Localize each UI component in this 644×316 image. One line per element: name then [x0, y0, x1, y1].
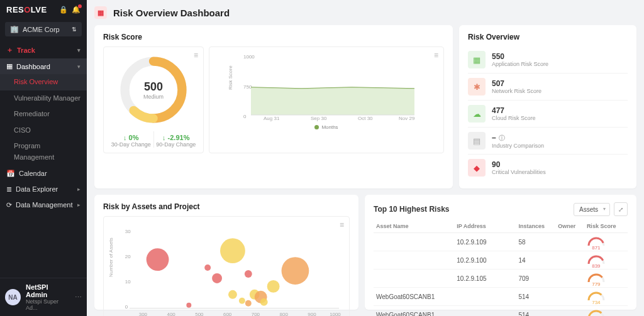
gauge-value: 500 — [144, 80, 163, 94]
overview-item[interactable]: ◆ 90 Critical Vulnerabilities — [468, 155, 628, 181]
svg-text:500: 500 — [195, 312, 204, 316]
mini-gauge: 871 — [587, 237, 606, 247]
subnav-risk-overview[interactable]: Risk Overview — [0, 74, 87, 90]
svg-text:Sep 30: Sep 30 — [311, 116, 327, 121]
risks-table: Asset Name IP Address Instances Owner Ri… — [374, 220, 628, 316]
cell-asset — [374, 270, 454, 288]
cell-owner — [555, 306, 584, 317]
panel-menu-icon[interactable]: ≡ — [340, 221, 344, 229]
user-footer[interactable]: NA NetSPI Admin Netspi Super Ad... ⋯ — [0, 278, 87, 316]
nav-track[interactable]: ＋Track▾ — [0, 41, 87, 58]
mini-gauge: 734 — [587, 291, 606, 302]
overview-label: Industry Comparison — [492, 143, 544, 149]
company-selector[interactable]: 🏢 ACME Corp ⇅ — [5, 22, 82, 36]
col-instances[interactable]: Instances — [516, 220, 555, 233]
nav-data-management[interactable]: ⟳Data Management▸ — [0, 197, 87, 213]
svg-point-29 — [186, 303, 191, 308]
subnav-ciso[interactable]: CISO — [0, 123, 87, 139]
svg-text:900: 900 — [308, 312, 316, 316]
svg-point-25 — [228, 290, 237, 299]
chevron-down-icon: ▾ — [77, 63, 80, 70]
svg-point-23 — [204, 264, 211, 271]
svg-point-20 — [282, 257, 309, 285]
col-asset-name[interactable]: Asset Name — [374, 220, 454, 233]
more-icon[interactable]: ⋯ — [75, 293, 82, 302]
mini-gauge: 779 — [587, 273, 606, 283]
table-row[interactable]: WebGoat60SCANB1 514 734 — [374, 288, 628, 306]
table-row[interactable]: 10.2.9.105 709 779 — [374, 270, 628, 288]
svg-point-24 — [245, 270, 252, 278]
subnav-remediator[interactable]: Remediator — [0, 106, 87, 123]
svg-text:Aug 31: Aug 31 — [264, 116, 280, 121]
nav: ＋Track▾ ▦Dashboard▾ Risk Overview Vulner… — [0, 41, 87, 213]
change-90d-value: ↓ -2.91% — [154, 134, 199, 141]
panel-menu-icon[interactable]: ≡ — [194, 51, 198, 60]
cell-instances: 709 — [516, 270, 555, 288]
cell-score: 734 — [584, 288, 628, 306]
chevron-right-icon: ▸ — [77, 186, 80, 192]
mini-gauge: 732 — [587, 310, 606, 316]
overview-item[interactable]: ✱ 507 Network Risk Score — [468, 74, 628, 101]
sidebar: RESOLVE 🔒 🔔 🏢 ACME Corp ⇅ ＋Track▾ ▦Dashb… — [0, 0, 87, 316]
page-title: ▦ Risk Overview Dashboard — [94, 6, 636, 19]
assets-select[interactable]: Assets — [574, 203, 610, 216]
svg-text:Nov 29: Nov 29 — [399, 116, 415, 121]
overview-item[interactable]: ▤ –ⓘ Industry Comparison — [468, 128, 628, 155]
table-row[interactable]: WebGoat60SCANB1 514 732 — [374, 306, 628, 317]
cell-ip: 10.2.9.100 — [454, 251, 516, 270]
cell-asset — [374, 233, 454, 251]
avatar: NA — [5, 289, 21, 305]
mini-gauge: 839 — [587, 255, 606, 265]
chevron-updown-icon: ⇅ — [72, 26, 77, 33]
col-ip[interactable]: IP Address — [454, 220, 516, 233]
layers-icon: ≣ — [6, 185, 12, 193]
cell-instances: 14 — [516, 251, 555, 270]
cell-owner — [555, 288, 584, 306]
table-row[interactable]: 10.2.9.100 14 839 — [374, 251, 628, 270]
bell-icon[interactable]: 🔔 — [72, 6, 80, 14]
cell-asset: WebGoat60SCANB1 — [374, 288, 454, 306]
grid-icon: ▦ — [6, 62, 13, 70]
overview-item[interactable]: ▦ 550 Application Risk Score — [468, 46, 628, 74]
card-title: Risk Overview — [468, 33, 628, 41]
cell-score: 839 — [584, 251, 628, 270]
overview-item[interactable]: ☁ 477 Cloud Risk Score — [468, 101, 628, 128]
cell-ip: 10.2.9.105 — [454, 270, 516, 288]
overview-value: 477 — [492, 106, 536, 115]
cell-asset — [374, 251, 454, 270]
svg-text:300: 300 — [139, 312, 148, 316]
table-row[interactable]: 10.2.9.109 58 871 — [374, 233, 628, 251]
cell-ip — [454, 288, 516, 306]
nav-calendar[interactable]: 📅Calendar — [0, 166, 87, 182]
overview-icon: ◆ — [468, 159, 486, 177]
info-icon[interactable]: ⓘ — [499, 134, 505, 141]
subnav-program-mgmt[interactable]: Program Management — [0, 138, 87, 165]
company-icon: 🏢 — [10, 25, 19, 33]
cell-instances: 58 — [516, 233, 555, 251]
svg-text:750: 750 — [243, 84, 252, 90]
cell-score: 871 — [584, 233, 628, 251]
nav-dashboard[interactable]: ▦Dashboard▾ — [0, 58, 87, 74]
overview-icon: ▦ — [468, 51, 486, 68]
expand-icon[interactable]: ⤢ — [614, 202, 628, 216]
card-title: Risk by Assets and Project — [103, 202, 350, 211]
cell-owner — [555, 233, 584, 251]
svg-text:400: 400 — [167, 312, 176, 316]
subnav-vuln-manager[interactable]: Vulnerability Manager — [0, 90, 87, 107]
gauge-label: Medium — [143, 94, 164, 100]
cell-score: 732 — [584, 306, 628, 317]
nav-data-explorer[interactable]: ≣Data Explorer▸ — [0, 182, 87, 197]
plus-icon: ＋ — [6, 45, 13, 55]
panel-menu-icon[interactable]: ≡ — [434, 51, 438, 60]
calendar-icon: 📅 — [6, 170, 15, 178]
svg-point-18 — [147, 248, 169, 271]
trend-legend: Months — [214, 124, 438, 130]
svg-text:1000: 1000 — [243, 54, 255, 60]
col-owner[interactable]: Owner — [555, 220, 584, 233]
overview-label: Network Risk Score — [492, 88, 541, 94]
lock-icon[interactable]: 🔒 — [59, 6, 68, 14]
card-title: Top 10 Highest Risks — [374, 205, 449, 214]
col-risk-score[interactable]: Risk Score — [584, 220, 628, 233]
main: ▦ Risk Overview Dashboard Risk Score ≡ — [87, 0, 644, 316]
overview-icon: ☁ — [468, 105, 486, 123]
